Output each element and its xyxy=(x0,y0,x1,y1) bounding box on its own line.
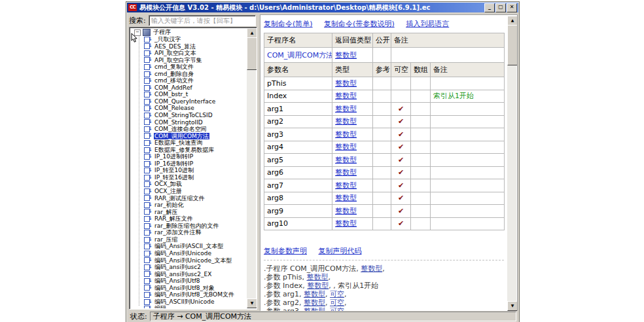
param-type-link[interactable]: 整数型 xyxy=(332,141,373,154)
param-row[interactable]: arg2整数型✔ xyxy=(264,115,505,128)
tree-item[interactable]: ↓编码_ansi到usc2 xyxy=(130,264,246,271)
param-type-link[interactable]: 整数型 xyxy=(332,103,373,116)
tree-item[interactable]: ↓IP_10进制转IP xyxy=(130,153,246,160)
param-type-link[interactable]: 整数型 xyxy=(332,166,373,179)
tree-item[interactable]: ↓IP_转至10进制 xyxy=(130,167,246,174)
tree-item[interactable]: ↓RAR_测试压缩文件 xyxy=(130,195,246,202)
scroll-down-icon[interactable]: ▼ xyxy=(247,298,257,308)
tree-item[interactable]: ↓RAR_解压文件 xyxy=(130,215,246,223)
param-row[interactable]: Index整数型索引从1开始 xyxy=(264,90,505,103)
declaration-type-link[interactable]: 整数型 xyxy=(304,290,325,298)
param-type-link[interactable]: 整数型 xyxy=(332,115,373,128)
tree-item[interactable]: ↓编码_Ansi到Unicode_文本型 xyxy=(130,257,246,264)
param-type-link[interactable]: 整数型 xyxy=(332,90,373,103)
param-type-link[interactable]: 整数型 xyxy=(332,205,373,218)
tree-item[interactable]: ↓编码_Ansi到Utf8_对象 xyxy=(130,285,246,292)
tree-item[interactable]: ↓API_取空白文本 xyxy=(130,50,246,57)
param-row[interactable]: arg7整数型✔ xyxy=(264,179,505,192)
close-button[interactable]: ✕ xyxy=(507,3,517,12)
declaration-type-link[interactable]: 可空 xyxy=(330,290,344,298)
declaration-type-link[interactable]: 整数型 xyxy=(307,281,329,290)
scroll-up-icon[interactable]: ▲ xyxy=(247,28,257,38)
param-type-link[interactable]: 整数型 xyxy=(332,154,373,167)
tree-item[interactable]: ↓rar_压缩 xyxy=(130,236,246,243)
param-type-link[interactable]: 整数型 xyxy=(335,117,357,126)
param-type-link[interactable]: 整数型 xyxy=(335,143,357,151)
tree-item[interactable]: ↓编码_ xyxy=(130,305,246,308)
tree-item[interactable]: ↓编码_ansi到usc2_EX xyxy=(130,271,246,278)
tree-item[interactable]: ↓API_取空白字节集 xyxy=(130,57,246,64)
tree-root[interactable]: − 子程序 xyxy=(130,29,246,36)
title-bar[interactable]: CC 易模块公开信息 V3.02 - 精易模块 - d:\Users\Admin… xyxy=(127,3,518,12)
param-row[interactable]: arg10整数型✔ xyxy=(264,217,505,230)
param-type-link[interactable]: 整数型 xyxy=(332,179,373,192)
param-type-link[interactable]: 整数型 xyxy=(335,207,357,215)
scroll-up-icon[interactable]: ▲ xyxy=(507,16,518,26)
tree-item[interactable]: ↓rar_解压 xyxy=(130,209,246,216)
param-row[interactable]: arg1整数型✔ xyxy=(264,103,505,116)
copy-command-params-link[interactable]: 复制命令(带参数说明) xyxy=(324,20,395,28)
scrollbar-thumb[interactable] xyxy=(247,37,257,70)
tree-item[interactable]: ↓编码_Ansi到Unicode xyxy=(130,250,246,257)
param-row[interactable]: arg3整数型✔ xyxy=(264,128,505,141)
tree-item[interactable]: ↓rar_初始化 xyxy=(130,202,246,209)
param-type-link[interactable]: 整数型 xyxy=(335,219,357,228)
detail-scrollbar[interactable]: ▲ ▼ xyxy=(507,16,516,311)
tree-scrollbar[interactable]: ▲ ▼ xyxy=(247,28,256,308)
param-type-link[interactable]: 整数型 xyxy=(335,92,357,100)
minimize-button[interactable]: _ xyxy=(484,3,495,12)
tree-item[interactable]: ↓cmd_移动文件 xyxy=(130,77,246,84)
maximize-button[interactable]: ▢ xyxy=(495,3,506,12)
param-type-link[interactable]: 整数型 xyxy=(335,168,357,177)
copy-command-simple-link[interactable]: 复制命令(简单) xyxy=(264,20,313,28)
param-row[interactable]: arg4整数型✔ xyxy=(264,141,505,154)
insert-to-elang-link[interactable]: 插入到易语言 xyxy=(406,20,449,28)
tree-item[interactable]: ↓编码_Ansi到ASCII_文本型 xyxy=(130,243,246,250)
copy-param-declaration-link[interactable]: 复制参数声明 xyxy=(264,247,307,255)
tree-item[interactable]: ↓cmd_删除自身 xyxy=(130,71,246,78)
tree-item[interactable]: ↓COM_连接命名空间 xyxy=(130,126,246,133)
declaration-type-link[interactable]: 可空 xyxy=(330,298,344,307)
tree-item[interactable]: ↓COM_调用COM方法 xyxy=(130,133,246,140)
param-row[interactable]: arg6整数型✔ xyxy=(264,166,505,179)
declaration-type-link[interactable]: 整数型 xyxy=(304,298,325,307)
param-row[interactable]: pThis整数型 xyxy=(264,77,505,90)
param-type-link[interactable]: 整数型 xyxy=(332,217,373,230)
subroutine-row[interactable]: COM_调用COM方法 整数型 xyxy=(264,48,505,63)
tree-item[interactable]: ↓OCX_卸载 xyxy=(130,181,246,188)
tree-item[interactable]: ↓COM_Release xyxy=(130,105,246,112)
tree-item[interactable]: ↓rar_删除压缩包内的文件 xyxy=(130,223,246,230)
param-type-link[interactable]: 整数型 xyxy=(332,192,373,205)
tree-item[interactable]: ↓编码_ASCII到Unicode xyxy=(130,298,246,306)
tree-item[interactable]: ↓COM_AddRef xyxy=(130,84,246,92)
param-row[interactable]: arg9整数型✔ xyxy=(264,205,505,218)
tree-item[interactable]: ↓编码_Ansi到Utf8 xyxy=(130,277,246,285)
tree-item[interactable]: ↓COM_bstr_t xyxy=(130,91,246,98)
tree-item[interactable]: ↓COM_StringtoIID xyxy=(130,119,246,126)
declaration-type-link[interactable]: 整数型 xyxy=(361,264,382,273)
param-type-link[interactable]: 整数型 xyxy=(335,130,357,139)
param-type-link[interactable]: 整数型 xyxy=(332,128,373,141)
param-type-link[interactable]: 整数型 xyxy=(332,77,373,90)
param-row[interactable]: arg5整数型✔ xyxy=(264,154,505,167)
return-type-link[interactable]: 整数型 xyxy=(335,51,357,60)
tree-item[interactable]: ↓_只取汉字 xyxy=(130,36,246,43)
search-input[interactable] xyxy=(149,15,256,26)
scrollbar-thumb[interactable] xyxy=(507,25,518,65)
tree-item[interactable]: ↓E数据库_快速查询 xyxy=(130,139,246,147)
param-type-link[interactable]: 整数型 xyxy=(335,156,357,164)
tree-item[interactable]: ↓AES_DES_算法 xyxy=(130,43,246,50)
param-type-link[interactable]: 整数型 xyxy=(335,79,357,88)
param-type-link[interactable]: 整数型 xyxy=(335,194,357,202)
tree-item[interactable]: ↓IP_转至16进制 xyxy=(130,174,246,181)
tree-item[interactable]: ↓cmd_复制文件 xyxy=(130,63,246,71)
tree-item[interactable]: ↓E数据库_修复易数据库 xyxy=(130,147,246,154)
tree-item[interactable]: ↓COM_QueryInterface xyxy=(130,98,246,105)
param-type-link[interactable]: 整数型 xyxy=(335,181,357,190)
scroll-down-icon[interactable]: ▼ xyxy=(507,301,518,311)
copy-declaration-code-link[interactable]: 复制声明代码 xyxy=(319,247,362,255)
tree-item[interactable]: ↓OCX_注册 xyxy=(130,188,246,195)
tree-item[interactable]: ↓COM_StringToCLSID xyxy=(130,112,246,119)
tree-item[interactable]: ↓编码_Ansi到Utf8_无BOM文件 xyxy=(130,291,246,298)
param-type-link[interactable]: 整数型 xyxy=(335,105,357,113)
